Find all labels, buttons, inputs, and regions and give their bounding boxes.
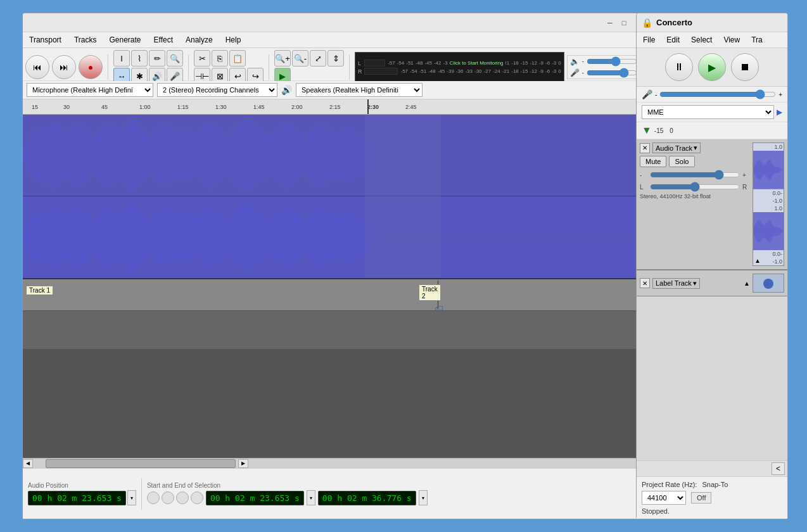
horizontal-scrollbar[interactable]: ◀ ▶ xyxy=(23,458,649,468)
concerto-menu-bar: File Edit Select View Tra xyxy=(637,32,787,48)
menu-transport[interactable]: Transport xyxy=(27,34,64,46)
pan-slider[interactable] xyxy=(650,182,740,192)
label-track-container[interactable]: Track 1 Track 2 🏷 xyxy=(23,279,639,311)
waveform-channel-2[interactable] xyxy=(23,196,639,278)
audio-track-controls: ✕ Audio Track ▾ Mute Solo - + L R xyxy=(640,142,750,266)
output-device-dropdown[interactable]: Speakers (Realtek High Definiti xyxy=(296,83,423,97)
ruler-mark-100: 1:00 xyxy=(139,104,151,110)
stopped-status: Stopped. xyxy=(642,507,782,515)
concerto-meter-plus: + xyxy=(778,91,782,98)
scroll-h-thumb[interactable] xyxy=(46,459,236,468)
panel-collapse-button[interactable]: < xyxy=(772,462,785,475)
paste-button[interactable]: 📋 xyxy=(229,50,246,66)
concerto-meter-minus: - xyxy=(655,91,657,98)
selection-mode-4[interactable] xyxy=(191,491,203,504)
concerto-menu-file[interactable]: File xyxy=(640,34,658,46)
waveform-ch1-mini xyxy=(753,151,784,189)
project-rate-controls: 44100 Off xyxy=(642,491,782,505)
copy-button[interactable]: ⎘ xyxy=(212,50,228,66)
concerto-vu-triangle[interactable]: ▼ xyxy=(642,125,652,136)
draw-tool-button[interactable]: ✏ xyxy=(149,50,165,66)
zoom-tool-button[interactable]: 🔍 xyxy=(167,50,183,66)
mic-volume-slider[interactable] xyxy=(587,68,637,77)
audio-track-mini-waveform: 1.0 0.0- -1.0 1.0 0.0- -1.0 xyxy=(753,142,784,266)
menu-help[interactable]: Help xyxy=(223,34,244,46)
audio-track-name-dropdown[interactable]: Audio Track ▾ xyxy=(652,142,701,153)
cut-button[interactable]: ✂ xyxy=(194,50,210,66)
waveform-value-neg1: -1.0 xyxy=(753,197,784,205)
concerto-pause-button[interactable]: ⏸ xyxy=(665,53,693,81)
concerto-bottom-status: Project Rate (Hz): Snap-To 44100 Off Sto… xyxy=(637,476,787,519)
ruler-mark-245: 2:45 xyxy=(405,104,417,110)
empty-track-area[interactable] xyxy=(23,311,639,349)
selection-mode-3[interactable] xyxy=(176,491,189,504)
selection-start-dropdown[interactable]: ▾ xyxy=(307,490,315,505)
zoom-out-button[interactable]: 🔍- xyxy=(292,50,308,66)
record-button[interactable]: ● xyxy=(79,55,103,79)
concerto-panel: 🔒 Concerto File Edit Select View Tra ⏸ ▶… xyxy=(636,13,788,519)
selection-mode-2[interactable] xyxy=(162,491,174,504)
output-volume-slider[interactable] xyxy=(587,57,637,66)
label-track2[interactable]: Track 2 xyxy=(419,284,441,301)
snap-value-button[interactable]: Off xyxy=(691,492,711,504)
vol-minus: - xyxy=(582,58,584,65)
project-rate-dropdown[interactable]: 44100 xyxy=(642,491,686,505)
label-track1[interactable]: Track 1 xyxy=(26,286,53,295)
scroll-right-arrow[interactable]: ▶ xyxy=(238,459,248,468)
concerto-stop-button[interactable]: ⏹ xyxy=(731,53,759,81)
panel-collapse-row: < xyxy=(637,460,787,476)
menu-tracks[interactable]: Tracks xyxy=(72,34,99,46)
project-rate-row: Project Rate (Hz): Snap-To xyxy=(642,481,782,488)
concerto-meter-row: 🎤 - + xyxy=(637,87,787,103)
concerto-meter-slider[interactable] xyxy=(659,89,776,99)
selection-tool-button[interactable]: I xyxy=(113,50,130,66)
maximize-button[interactable]: □ xyxy=(618,17,630,28)
minimize-button[interactable]: ─ xyxy=(604,17,616,28)
concerto-host-dropdown[interactable]: MME xyxy=(642,105,774,119)
label-track-mini xyxy=(753,274,784,293)
audio-mute-button[interactable]: Mute xyxy=(640,156,666,167)
zoom-fit-button[interactable]: ⤢ xyxy=(310,50,326,66)
zoom-in-button[interactable]: 🔍+ xyxy=(274,50,291,66)
selection-mode-1[interactable] xyxy=(147,491,160,504)
zoom-fit-vert-button[interactable]: ⇕ xyxy=(327,50,344,66)
concerto-menu-tra[interactable]: Tra xyxy=(749,34,765,46)
label-track-collapse-button[interactable]: ▲ xyxy=(744,280,750,287)
concerto-menu-select[interactable]: Select xyxy=(689,34,715,46)
audio-position-dropdown[interactable]: ▾ xyxy=(127,490,136,505)
label-track-name-dropdown[interactable]: Label Track ▾ xyxy=(652,278,700,289)
timeline-ruler: 15 30 45 1:00 1:15 1:30 1:45 2:00 2:15 2… xyxy=(23,99,649,115)
recording-channels-dropdown[interactable]: 2 (Stereo) Recording Channels xyxy=(157,83,277,97)
concerto-play-button[interactable]: ▶ xyxy=(698,53,726,81)
concerto-menu-edit[interactable]: Edit xyxy=(664,34,682,46)
selection-end-dropdown[interactable]: ▾ xyxy=(419,490,428,505)
toolbar-row-1: ⏮ ⏭ ● I ⌇ ✏ 🔍 ↔ ✱ 🔊 🎤 ✂ xyxy=(23,48,649,81)
input-device-dropdown[interactable]: Microphone (Realtek High Defini xyxy=(27,83,153,97)
audio-track-container[interactable] xyxy=(23,115,639,279)
snap-to-label: Snap-To xyxy=(702,481,728,488)
concerto-vu-numbers: -15 0 xyxy=(654,127,673,134)
concerto-menu-view[interactable]: View xyxy=(721,34,742,46)
fast-forward-button[interactable]: ⏭ xyxy=(52,55,76,79)
rewind-button[interactable]: ⏮ xyxy=(25,55,49,79)
project-rate-label: Project Rate (Hz): xyxy=(642,481,697,488)
menu-effect[interactable]: Effect xyxy=(151,34,175,46)
track-collapse-button[interactable]: ▲ xyxy=(754,257,761,264)
selection-start-display: 00 h 02 m 23.653 s xyxy=(206,491,304,505)
track-content-area[interactable]: Track 1 Track 2 🏷 xyxy=(23,115,639,458)
menu-analyze[interactable]: Analyze xyxy=(183,34,215,46)
waveform-channel-1[interactable] xyxy=(23,115,639,196)
pan-left-label: L xyxy=(640,184,647,191)
pan-right-label: R xyxy=(742,184,750,191)
concerto-empty-area xyxy=(637,296,787,460)
label-marker-icon: 🏷 xyxy=(435,303,443,314)
audio-track-close-button[interactable]: ✕ xyxy=(640,143,650,153)
envelope-tool-button[interactable]: ⌇ xyxy=(131,50,148,66)
label-track-close-button[interactable]: ✕ xyxy=(640,278,650,288)
scroll-left-arrow[interactable]: ◀ xyxy=(23,459,33,468)
gain-slider[interactable] xyxy=(650,170,740,180)
menu-generate[interactable]: Generate xyxy=(106,34,143,46)
title-bar: ─ □ ✕ xyxy=(23,13,649,32)
mute-solo-row: Mute Solo xyxy=(640,156,750,167)
audio-solo-button[interactable]: Solo xyxy=(669,156,694,167)
